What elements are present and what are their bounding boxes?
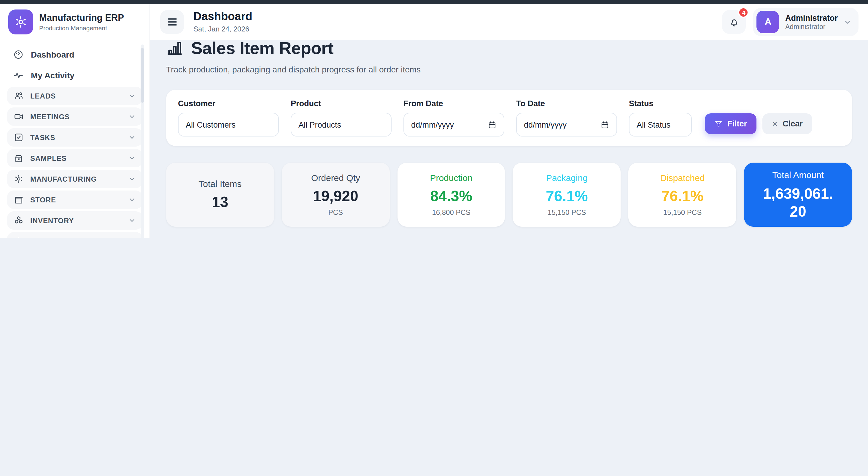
sidebar-nav: Dashboard My Activity LEADS MEETINGS TAS…	[0, 40, 150, 238]
close-icon: ✕	[772, 120, 778, 128]
sidebar-item-my-activity[interactable]: My Activity	[7, 66, 143, 84]
stat-total-amount: Total Amount 1,639,061.20	[744, 162, 852, 227]
sidebar-group-manufacturing[interactable]: MANUFACTURING	[7, 170, 143, 188]
sidebar-group-label: INVENTORY	[30, 216, 74, 225]
from-date-input[interactable]: dd/mm/yyyy	[403, 113, 504, 137]
notifications-button[interactable]: 4	[722, 10, 746, 34]
header-title: Dashboard	[193, 11, 252, 23]
chevron-down-icon	[128, 154, 136, 162]
filter-button[interactable]: Filter	[705, 113, 756, 134]
cubes-icon	[13, 215, 24, 226]
chevron-down-icon	[128, 113, 136, 120]
users-icon	[13, 91, 24, 101]
top-strip	[0, 0, 868, 4]
app-logo-gear-icon	[8, 9, 33, 34]
notification-count-badge: 4	[738, 7, 749, 18]
bell-icon	[728, 16, 740, 28]
filter-label-status: Status	[629, 99, 692, 108]
gear-icon	[13, 174, 24, 184]
chevron-down-icon	[128, 133, 136, 141]
check-square-icon	[13, 132, 24, 143]
calendar-icon	[488, 120, 497, 129]
filter-label-from-date: From Date	[403, 99, 504, 108]
chevron-down-icon	[844, 18, 851, 26]
page-title: Sales Item Report	[191, 40, 334, 58]
chevron-down-icon	[128, 217, 136, 225]
sidebar-group-inventory[interactable]: INVENTORY	[7, 211, 143, 230]
avatar: A	[757, 11, 779, 33]
sidebar-group-manage-bom[interactable]: MANAGE BOM	[7, 232, 143, 238]
sidebar-item-label: Dashboard	[31, 50, 74, 59]
sidebar-group-samples[interactable]: SAMPLES	[7, 149, 143, 167]
menu-toggle-button[interactable]	[160, 10, 184, 34]
chevron-down-icon	[128, 237, 136, 238]
header-date: Sat, Jan 24, 2026	[193, 25, 252, 33]
sidebar-group-store[interactable]: STORE	[7, 190, 143, 209]
sidebar-group-label: LEADS	[30, 92, 56, 100]
filter-label-to-date: To Date	[516, 99, 617, 108]
stats-row: Total Items 13 Ordered Qty 19,920 PCS Pr…	[166, 162, 852, 227]
chevron-down-icon	[128, 92, 136, 100]
filter-label-customer: Customer	[178, 99, 279, 108]
user-name: Administrator	[785, 13, 838, 23]
gauge-icon	[13, 49, 24, 60]
video-icon	[13, 112, 24, 122]
package-heart-icon	[13, 153, 24, 163]
stat-dispatched: Dispatched 76.1% 15,150 PCS	[629, 162, 737, 227]
layers-icon	[13, 236, 24, 238]
status-select[interactable]: All Status	[629, 113, 692, 137]
calendar-icon	[600, 120, 609, 129]
bar-chart-icon	[166, 40, 183, 57]
app-header: Dashboard Sat, Jan 24, 2026 4 A Administ…	[150, 4, 868, 40]
sidebar-group-label: MANUFACTURING	[30, 175, 97, 183]
stat-production: Production 84.3% 16,800 PCS	[397, 162, 505, 227]
user-role: Administrator	[785, 24, 838, 31]
user-menu[interactable]: A Administrator Administrator	[753, 8, 859, 36]
sidebar-group-label: TASKS	[30, 133, 55, 142]
brand: Manufacturing ERP Production Management	[0, 4, 150, 40]
sidebar-group-label: STORE	[30, 196, 56, 204]
stat-packaging: Packaging 76.1% 15,150 PCS	[513, 162, 621, 227]
hamburger-icon	[167, 19, 177, 20]
chevron-down-icon	[128, 196, 136, 204]
main-area: Dashboard Sat, Jan 24, 2026 4 A Administ…	[150, 4, 868, 238]
to-date-input[interactable]: dd/mm/yyyy	[516, 113, 617, 137]
page-subtitle: Track production, packaging and dispatch…	[166, 65, 852, 74]
sidebar-group-label: MEETINGS	[30, 113, 70, 121]
sidebar-scrollbar-thumb[interactable]	[141, 48, 144, 103]
brand-tagline: Production Management	[39, 24, 124, 31]
filter-label-product: Product	[291, 99, 392, 108]
product-select[interactable]: All Products	[291, 113, 392, 137]
brand-name: Manufacturing ERP	[39, 12, 124, 23]
customer-select[interactable]: All Customers	[178, 113, 279, 137]
chevron-down-icon	[128, 175, 136, 183]
funnel-icon	[714, 120, 723, 128]
sidebar-group-label: MANAGE BOM	[30, 237, 83, 238]
sidebar-group-tasks[interactable]: TASKS	[7, 128, 143, 147]
sidebar-item-label: My Activity	[31, 70, 74, 80]
store-icon	[13, 195, 24, 205]
stat-ordered-qty: Ordered Qty 19,920 PCS	[282, 162, 390, 227]
sidebar-item-dashboard[interactable]: Dashboard	[7, 45, 143, 63]
sidebar-group-label: SAMPLES	[30, 154, 67, 162]
sidebar: Manufacturing ERP Production Management …	[0, 4, 150, 238]
filter-panel: Customer All Customers Product All Produ…	[166, 90, 852, 146]
app-window: Manufacturing ERP Production Management …	[0, 0, 868, 238]
activity-icon	[13, 70, 24, 81]
page-title-row: Sales Item Report	[166, 40, 852, 58]
sidebar-group-leads[interactable]: LEADS	[7, 87, 143, 105]
stat-total-items: Total Items 13	[166, 162, 274, 227]
sidebar-group-meetings[interactable]: MEETINGS	[7, 108, 143, 126]
page-content: Sales Item Report Track production, pack…	[150, 40, 868, 238]
clear-button[interactable]: ✕ Clear	[763, 113, 812, 134]
